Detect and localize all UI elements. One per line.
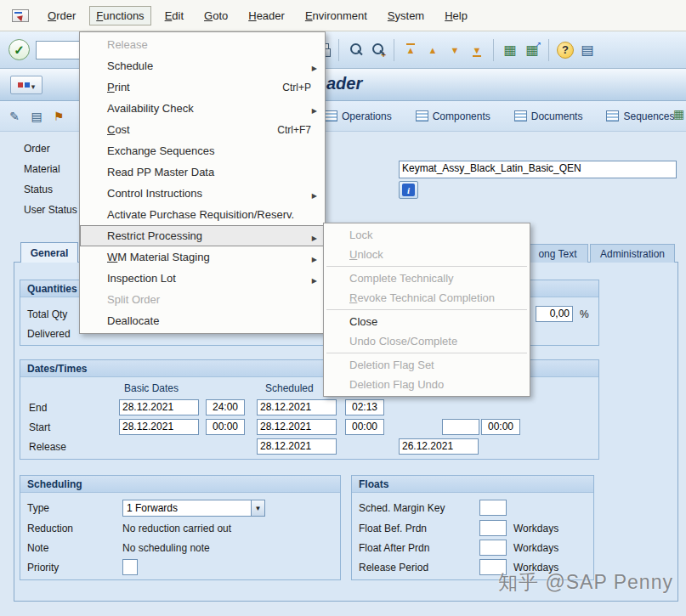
- menu-bar: Order Functions Edit Goto Header Environ…: [0, 0, 686, 31]
- start-basic-date-field[interactable]: 28.12.2021: [119, 419, 199, 435]
- table-settings-icon[interactable]: [500, 40, 520, 60]
- flag-icon[interactable]: [49, 107, 68, 126]
- previous-page-icon[interactable]: [422, 40, 443, 60]
- toolbar-separator: [394, 39, 394, 61]
- menu-help[interactable]: Help: [438, 6, 474, 25]
- submenu-item-deletion-flag-undo[interactable]: Deletion Flag Undo: [324, 375, 530, 394]
- menu-item-release[interactable]: Release: [80, 34, 325, 55]
- submenu-item-undo-close-complete[interactable]: Undo Close/Complete: [324, 331, 530, 351]
- menu-item-print[interactable]: Print Ctrl+P: [80, 76, 325, 98]
- start-scheduled-date-field[interactable]: 28.12.2021: [257, 419, 337, 435]
- menu-item-availability-check[interactable]: Availability Check: [80, 98, 325, 119]
- operations-icon: [325, 110, 337, 122]
- tab-long-text[interactable]: ong Text: [527, 244, 588, 263]
- end-scheduled-date-field[interactable]: 28.12.2021: [257, 399, 337, 415]
- menu-item-restrict-processing[interactable]: Restrict Processing: [80, 225, 325, 246]
- menu-item-deallocate[interactable]: Deallocate: [80, 310, 325, 331]
- submenu-item-revoke-technical-completion[interactable]: Revoke Technical Completion: [324, 288, 530, 308]
- find-next-icon[interactable]: [367, 40, 388, 60]
- release-scheduled-date-field[interactable]: 28.12.2021: [257, 438, 337, 455]
- find-icon[interactable]: [345, 40, 366, 60]
- quantities-percent-field[interactable]: 0,00: [536, 306, 573, 322]
- end-basic-date-field[interactable]: 28.12.2021: [119, 399, 199, 415]
- info-icon[interactable]: [399, 181, 418, 199]
- layout-icon[interactable]: [577, 40, 598, 60]
- type-label: Type: [27, 502, 49, 514]
- clipped-toolbar-icon[interactable]: [673, 107, 686, 126]
- tab-general[interactable]: General: [20, 242, 78, 263]
- column-header-basic-dates: Basic Dates: [124, 382, 179, 394]
- menu-order[interactable]: Order: [41, 6, 82, 25]
- menu-item-inspection-lot[interactable]: Inspection Lot: [80, 268, 325, 289]
- workdays-label: Workdays: [513, 523, 558, 534]
- float-after-field[interactable]: [479, 540, 507, 556]
- menu-functions[interactable]: Functions: [89, 6, 150, 25]
- menu-edit[interactable]: Edit: [158, 6, 190, 25]
- end-scheduled-time-field[interactable]: 02:13: [345, 399, 384, 415]
- submenu-arrow-icon: [312, 251, 317, 263]
- tab-administration[interactable]: Administration: [590, 244, 675, 263]
- column-header-scheduled: Scheduled: [265, 382, 314, 394]
- sequences-label: Sequences: [623, 110, 674, 122]
- help-icon[interactable]: [557, 42, 574, 59]
- document-icon[interactable]: [27, 107, 46, 126]
- note-value: No scheduling note: [122, 542, 210, 554]
- submenu-item-unlock[interactable]: Unlock: [324, 245, 530, 264]
- menu-system[interactable]: System: [381, 6, 431, 25]
- menu-header[interactable]: Header: [241, 6, 292, 25]
- menu-item-cost[interactable]: Cost Ctrl+F7: [80, 119, 325, 140]
- menu-item-wm-material-staging[interactable]: WM Material Staging: [80, 246, 325, 268]
- documents-button[interactable]: Documents: [509, 108, 588, 125]
- submenu-item-lock[interactable]: Lock: [324, 225, 530, 245]
- combobox-dropdown-icon[interactable]: [251, 500, 265, 517]
- system-menu-icon[interactable]: [12, 9, 29, 22]
- material-description-field[interactable]: Keymat_Assy_Black_Latin_Basic_QEN: [399, 161, 677, 178]
- menu-item-control-instructions[interactable]: Control Instructions: [80, 183, 325, 204]
- sequences-button[interactable]: Sequences: [601, 108, 679, 125]
- watermark-text: 知乎 @SAP Penny: [498, 569, 673, 596]
- menu-item-schedule[interactable]: Schedule: [80, 55, 325, 76]
- toolbar-separator: [548, 39, 549, 61]
- scheduling-title: Scheduling: [20, 476, 340, 493]
- float-before-field[interactable]: [479, 520, 507, 536]
- start-scheduled-time-field[interactable]: 00:00: [345, 419, 384, 435]
- submenu-arrow-icon: [312, 187, 317, 200]
- menu-item-activate-purchase-requisition[interactable]: Activate Purchase Requisition/Reserv.: [80, 204, 325, 225]
- toolbar-separator: [338, 39, 339, 61]
- next-page-icon[interactable]: [445, 40, 465, 60]
- material-label: Material: [24, 163, 60, 175]
- enter-check-icon[interactable]: [9, 39, 30, 60]
- submenu-item-complete-technically[interactable]: Complete Technically: [324, 268, 530, 288]
- release-confirmed-date-field[interactable]: 26.12.2021: [399, 438, 479, 455]
- sched-margin-key-field[interactable]: [479, 500, 507, 516]
- components-button[interactable]: Components: [411, 108, 496, 125]
- user-status-label: User Status: [24, 204, 77, 216]
- menu-environment[interactable]: Environment: [298, 6, 374, 25]
- pencil-icon[interactable]: [5, 107, 24, 126]
- operations-label: Operations: [342, 110, 392, 122]
- start-basic-time-field[interactable]: 00:00: [206, 419, 245, 435]
- operations-button[interactable]: Operations: [320, 108, 397, 125]
- menu-goto[interactable]: Goto: [197, 6, 235, 25]
- float-after-label: Float After Prdn: [359, 542, 429, 554]
- end-basic-time-field[interactable]: 24:00: [206, 399, 245, 415]
- scheduling-group: Scheduling Type 1 Forwards Reduction No …: [20, 475, 341, 580]
- submenu-arrow-icon: [312, 272, 317, 285]
- priority-field[interactable]: [122, 559, 138, 575]
- menu-item-split-order[interactable]: Split Order: [80, 289, 325, 310]
- menu-item-exchange-sequences[interactable]: Exchange Sequences: [80, 140, 325, 161]
- table-export-icon[interactable]: [522, 40, 542, 60]
- first-page-icon[interactable]: [400, 40, 421, 60]
- last-page-icon[interactable]: [467, 40, 487, 60]
- submenu-item-close[interactable]: Close: [324, 312, 530, 331]
- total-qty-label: Total Qty: [27, 308, 67, 320]
- submenu-item-deletion-flag-set[interactable]: Deletion Flag Set: [324, 355, 530, 375]
- scheduling-type-combobox[interactable]: 1 Forwards: [122, 500, 265, 517]
- scheduling-type-value: 1 Forwards: [127, 502, 178, 514]
- menu-item-read-pp-master-data[interactable]: Read PP Master Data: [80, 161, 325, 183]
- menu-separator: [326, 309, 527, 310]
- start-confirmed-time-field[interactable]: 00:00: [481, 419, 520, 435]
- start-confirmed-date-field[interactable]: [442, 419, 479, 435]
- gui-layout-menu-icon[interactable]: [10, 76, 43, 94]
- sap-window: Order Functions Edit Goto Header Environ…: [0, 0, 686, 616]
